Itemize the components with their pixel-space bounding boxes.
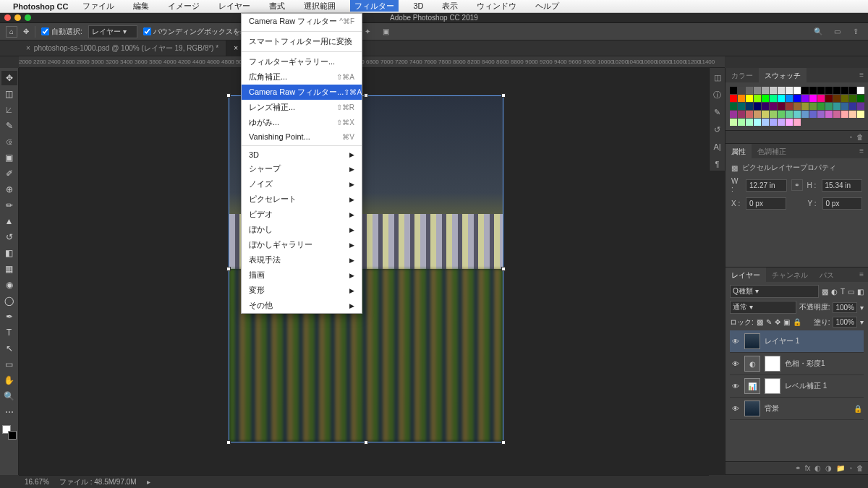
menu-item[interactable]: 変形▶: [242, 283, 362, 298]
app-name[interactable]: Photoshop CC: [13, 2, 68, 11]
search-icon[interactable]: 🔍: [812, 26, 825, 38]
color-swatch[interactable]: [793, 111, 801, 118]
color-swatch[interactable]: [762, 119, 769, 126]
color-swatch[interactable]: [809, 111, 817, 118]
menu-編集[interactable]: 編集: [129, 0, 153, 12]
color-swatch[interactable]: [825, 87, 833, 94]
filter-smart-icon[interactable]: ◧: [857, 288, 864, 296]
menu-item[interactable]: 3D▶: [242, 148, 362, 161]
transform-handle[interactable]: [226, 93, 231, 98]
color-swatch[interactable]: [778, 119, 785, 126]
histogram-icon[interactable]: ◫: [711, 71, 724, 84]
menu-item[interactable]: Camera Raw フィルター...⇧⌘A: [242, 85, 362, 100]
lock-artboard-icon[interactable]: ▣: [783, 318, 790, 326]
color-swatch[interactable]: [730, 87, 737, 94]
info-icon[interactable]: ⓘ: [711, 88, 724, 101]
move-tool-icon[interactable]: ✥: [23, 27, 29, 35]
filter-type-icon[interactable]: T: [841, 288, 845, 296]
color-swatch[interactable]: [746, 119, 753, 126]
document-tab[interactable]: ×photoshop-ss-1000.psd @ 100% (レイヤー 19, …: [19, 40, 226, 56]
color-swatch[interactable]: [841, 103, 848, 110]
color-swatch[interactable]: [738, 111, 745, 118]
menu-item[interactable]: 描画▶: [242, 267, 362, 283]
zoom-level[interactable]: 16.67%: [25, 478, 49, 486]
color-swatch[interactable]: [841, 87, 848, 94]
eyedropper-tool[interactable]: ✐: [1, 166, 17, 181]
menu-ファイル[interactable]: ファイル: [78, 0, 119, 12]
color-swatch[interactable]: [754, 111, 761, 118]
tab-color[interactable]: カラー: [726, 68, 759, 82]
color-swatch[interactable]: [746, 103, 753, 110]
stamp-tool[interactable]: ▲: [1, 214, 17, 228]
menu-item[interactable]: ピクセレート▶: [242, 192, 362, 207]
color-swatch[interactable]: [770, 119, 777, 126]
close-tab-icon[interactable]: ×: [234, 44, 238, 52]
tab-adjustments[interactable]: 色調補正: [752, 144, 792, 158]
type-tool[interactable]: T: [1, 325, 17, 340]
color-swatch[interactable]: [793, 119, 801, 126]
color-swatch[interactable]: [817, 111, 825, 118]
minimize-icon[interactable]: [14, 14, 21, 21]
file-info[interactable]: ファイル : 48.5M/97.0M: [59, 477, 137, 487]
color-swatch[interactable]: [833, 103, 841, 110]
color-swatch[interactable]: [746, 87, 753, 94]
color-swatch[interactable]: [738, 87, 745, 94]
color-swatch[interactable]: [746, 111, 753, 118]
color-swatch[interactable]: [841, 111, 848, 118]
transform-handle[interactable]: [501, 440, 506, 445]
filter-shape-icon[interactable]: ▭: [848, 288, 854, 296]
transform-handle[interactable]: [226, 267, 231, 271]
menu-ヘルプ[interactable]: ヘルプ: [531, 0, 563, 12]
color-swatch[interactable]: [754, 95, 761, 102]
eraser-tool[interactable]: ◧: [1, 246, 17, 260]
edit-toolbar[interactable]: ⋯: [1, 405, 17, 419]
color-swatch[interactable]: [754, 87, 761, 94]
close-tab-icon[interactable]: ×: [26, 44, 30, 52]
color-swatch[interactable]: [754, 103, 761, 110]
menu-item[interactable]: スマートフィルター用に変換: [242, 34, 362, 49]
lock-pos-icon[interactable]: ✥: [775, 318, 780, 326]
layer-filter[interactable]: Q種類 ▾: [730, 285, 819, 298]
3d-axis-icon[interactable]: ✦: [361, 26, 374, 38]
menu-フィルター[interactable]: フィルター: [350, 0, 399, 12]
color-swatch[interactable]: [793, 95, 801, 102]
visibility-icon[interactable]: 👁: [731, 338, 740, 346]
color-swatch[interactable]: [841, 95, 848, 102]
color-swatch[interactable]: [762, 87, 769, 94]
pen-tool[interactable]: ✒: [1, 309, 17, 324]
color-swatch[interactable]: [738, 95, 745, 102]
color-swatch[interactable]: [825, 111, 833, 118]
color-swatch[interactable]: [817, 95, 825, 102]
menu-item[interactable]: ぼかしギャラリー▶: [242, 237, 362, 252]
adjustment-icon[interactable]: ◑: [825, 464, 832, 472]
color-swatch[interactable]: [817, 103, 825, 110]
layer-item[interactable]: 👁レイヤー 1: [730, 330, 864, 353]
3d-camera-icon[interactable]: ▣: [380, 26, 393, 38]
menu-イメージ[interactable]: イメージ: [163, 0, 204, 12]
color-swatch[interactable]: [786, 119, 793, 126]
color-swatch[interactable]: [833, 87, 841, 94]
filter-adjust-icon[interactable]: ◐: [831, 288, 838, 296]
color-swatch[interactable]: [857, 111, 864, 118]
lasso-tool[interactable]: ⟀: [1, 103, 17, 117]
menu-item[interactable]: フィルターギャラリー...: [242, 54, 362, 69]
move-tool[interactable]: ✥: [1, 71, 17, 85]
color-swatch[interactable]: [849, 111, 856, 118]
brush-tool[interactable]: ✏: [1, 198, 17, 213]
color-swatch[interactable]: [801, 95, 809, 102]
width-field[interactable]: 12.27 in: [746, 179, 787, 192]
lock-all-icon[interactable]: 🔒: [793, 318, 801, 326]
show-bbox-checkbox[interactable]: バウンディングボックスを表示: [143, 27, 255, 37]
zoom-tool[interactable]: 🔍: [1, 389, 17, 403]
color-swatch[interactable]: [809, 95, 817, 102]
color-swatch[interactable]: [801, 87, 809, 94]
delete-icon[interactable]: 🗑: [856, 133, 864, 141]
history-icon[interactable]: ↺: [711, 123, 724, 136]
menu-item[interactable]: Vanishing Point...⌘V: [242, 130, 362, 143]
color-swatch[interactable]: [833, 95, 841, 102]
color-swatch[interactable]: [786, 111, 793, 118]
link-icon[interactable]: ⚭: [791, 179, 803, 191]
color-swatch[interactable]: [778, 87, 785, 94]
transform-handle[interactable]: [226, 440, 231, 445]
color-swatch[interactable]: [786, 95, 793, 102]
